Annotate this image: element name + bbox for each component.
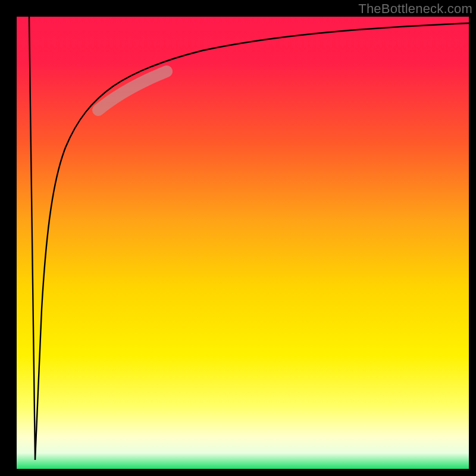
chart-container: TheBottleneck.com — [0, 0, 476, 476]
watermark-text: TheBottleneck.com — [358, 1, 472, 17]
chart-svg — [0, 0, 476, 476]
plot-area — [17, 17, 469, 469]
